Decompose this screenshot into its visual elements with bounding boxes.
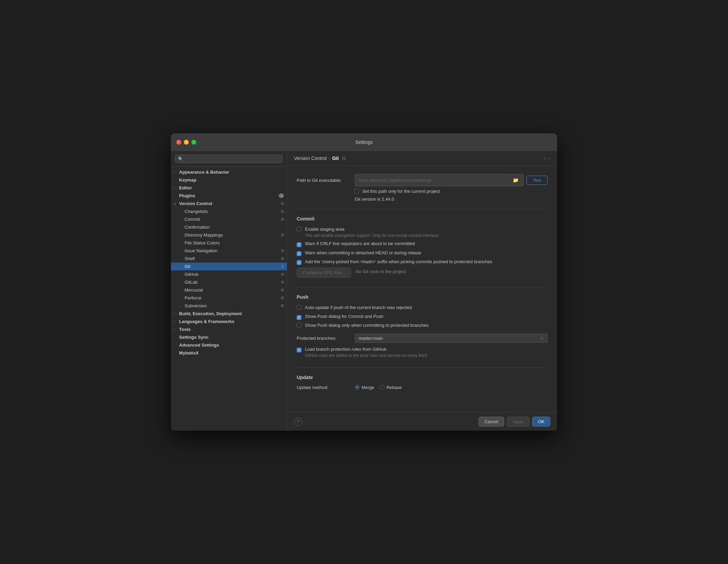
minus-icon: ⊟: [281, 256, 284, 261]
sidebar-item-label: Languages & Frameworks: [179, 319, 284, 324]
help-button[interactable]: ?: [294, 418, 302, 426]
auto-update-checkbox-wrap[interactable]: [297, 305, 302, 310]
warn-detached-label: Warn when committing in detached HEAD or…: [305, 250, 421, 256]
sidebar-item-changelists[interactable]: Changelists⊟: [171, 207, 287, 215]
search-input[interactable]: [185, 156, 280, 161]
sidebar-item-github[interactable]: GitHub⊟: [171, 270, 287, 278]
sidebar-item-languages-frameworks[interactable]: ›Languages & Frameworks: [171, 318, 287, 325]
sidebar-item-label: Editor: [179, 185, 284, 190]
sidebar-item-advanced-settings[interactable]: Advanced Settings: [171, 341, 287, 349]
sidebar-item-label: Perforce: [185, 295, 280, 300]
configure-gpg-button[interactable]: Configure GPG Key...: [297, 268, 351, 278]
sidebar-item-subversion[interactable]: ›Subversion⊟: [171, 302, 287, 310]
cherry-picked-checkbox[interactable]: ✓: [297, 260, 301, 265]
back-arrow[interactable]: ‹: [544, 155, 545, 161]
sidebar-item-label: Advanced Settings: [179, 343, 284, 348]
settings-body: Path to Git executable: 📁 Test Set this …: [287, 166, 557, 412]
footer: ? Cancel Apply OK: [287, 412, 557, 431]
sidebar-item-directory-mappings[interactable]: Directory Mappings⊟: [171, 231, 287, 239]
sidebar-item-appearance[interactable]: ›Appearance & Behavior: [171, 168, 287, 176]
show-push-dialog-checkbox[interactable]: ✓: [297, 315, 301, 320]
path-label: Path to Git executable:: [297, 178, 351, 183]
sidebar-item-build-execution[interactable]: ›Build, Execution, Deployment: [171, 310, 287, 318]
radio-rebase[interactable]: Rebase: [380, 385, 402, 390]
warn-crlf-label: Warn if CRLF line separators are about t…: [305, 241, 415, 247]
cherry-picked-row: ✓ Add the 'cherry-picked from <hash>' su…: [297, 259, 548, 265]
cancel-button[interactable]: Cancel: [478, 417, 504, 427]
sidebar-item-issue-navigation[interactable]: Issue Navigation⊟: [171, 247, 287, 255]
enable-staging-checkbox[interactable]: [297, 227, 301, 231]
update-section: Update Update method: Merge Rebase: [297, 375, 548, 390]
show-push-dialog-checkbox-wrap[interactable]: ✓: [297, 314, 302, 319]
sidebar-item-mybatisx[interactable]: MybatisX: [171, 349, 287, 357]
search-container: 🔍: [171, 151, 287, 167]
load-branch-rules-sub: GitHub rules are added to the local rule…: [305, 353, 427, 358]
sidebar-item-version-control[interactable]: ∨Version Control⊟: [171, 200, 287, 207]
auto-update-checkbox[interactable]: [297, 305, 301, 310]
radio-merge[interactable]: Merge: [355, 385, 374, 390]
branches-input-wrap[interactable]: ⤡: [355, 334, 548, 343]
no-git-roots: No Git roots in the project: [355, 269, 406, 274]
warn-crlf-checkbox-wrap[interactable]: ✓: [297, 241, 302, 246]
sidebar-item-perforce[interactable]: Perforce⊟: [171, 294, 287, 302]
search-wrap[interactable]: 🔍: [175, 155, 283, 163]
merge-label: Merge: [362, 385, 374, 390]
sidebar-item-label: Appearance & Behavior: [179, 170, 284, 175]
sidebar-item-commit[interactable]: Commit⊟: [171, 215, 287, 223]
enable-staging-row: Enable staging area This will disable ch…: [297, 226, 548, 238]
minimize-button[interactable]: [184, 140, 189, 145]
commit-section-header: Commit: [297, 216, 548, 221]
cherry-picked-checkbox-wrap[interactable]: ✓: [297, 259, 302, 265]
load-branch-rules-checkbox[interactable]: ✓: [297, 348, 301, 352]
sidebar-item-confirmation[interactable]: Confirmation: [171, 223, 287, 231]
maximize-button[interactable]: [191, 140, 196, 145]
sidebar-item-mercurial[interactable]: Mercurial⊟: [171, 286, 287, 294]
rebase-radio[interactable]: [380, 385, 385, 390]
sidebar-item-label: Changelists: [185, 209, 280, 214]
set-path-checkbox-wrap[interactable]: [354, 189, 360, 194]
sidebar-item-gitlab[interactable]: GitLab⊟: [171, 278, 287, 286]
sidebar-item-label: Confirmation: [185, 225, 284, 230]
sidebar-item-plugins[interactable]: Plugins1: [171, 192, 287, 200]
branches-input[interactable]: [359, 336, 540, 341]
expand-icon[interactable]: ⤡: [540, 336, 544, 340]
sidebar-item-tools[interactable]: ›Tools: [171, 325, 287, 333]
radio-group: Merge Rebase: [355, 385, 402, 390]
sidebar-item-label: GitLab: [185, 280, 280, 285]
update-method-label: Update method:: [297, 385, 351, 390]
test-button[interactable]: Test: [526, 176, 548, 185]
show-push-protected-checkbox[interactable]: [297, 323, 301, 327]
show-push-protected-checkbox-wrap[interactable]: [297, 323, 302, 328]
show-push-dialog-row: ✓ Show Push dialog for Commit and Push: [297, 313, 548, 320]
sidebar-item-settings-sync[interactable]: Settings Sync: [171, 333, 287, 341]
minus-icon: ⊟: [281, 249, 284, 253]
browse-icon[interactable]: 📁: [511, 176, 520, 184]
sidebar-item-file-status-colors[interactable]: File Status Colors: [171, 239, 287, 247]
arrow-icon: ›: [174, 327, 179, 331]
warn-detached-checkbox-wrap[interactable]: ✓: [297, 250, 302, 256]
path-input-wrap[interactable]: 📁: [355, 174, 524, 186]
forward-arrow[interactable]: ›: [549, 155, 550, 161]
breadcrumb-parent: Version Control: [294, 156, 327, 161]
set-path-checkbox[interactable]: [354, 189, 359, 193]
protected-branches-label: Protected branches:: [297, 336, 351, 341]
warn-crlf-checkbox[interactable]: ✓: [297, 242, 301, 247]
arrow-icon: ∨: [174, 202, 179, 205]
sidebar-item-shelf[interactable]: Shelf⊟: [171, 255, 287, 263]
sidebar-item-git[interactable]: Git⊟: [171, 263, 287, 270]
enable-staging-checkbox-wrap[interactable]: [297, 227, 302, 232]
path-input[interactable]: [359, 178, 511, 183]
enable-staging-text-group: Enable staging area This will disable ch…: [305, 226, 440, 238]
load-branch-rules-checkbox-wrap[interactable]: ✓: [297, 347, 302, 352]
search-icon: 🔍: [178, 157, 183, 161]
update-method-row: Update method: Merge Rebase: [297, 385, 548, 390]
ok-button[interactable]: OK: [532, 417, 550, 427]
sidebar-item-editor[interactable]: ›Editor: [171, 184, 287, 192]
warn-detached-checkbox[interactable]: ✓: [297, 251, 301, 256]
sidebar-item-label: Tools: [179, 327, 284, 332]
apply-button[interactable]: Apply: [507, 417, 530, 427]
settings-window: Settings 🔍 ›Appearance & BehaviorKeymap›…: [171, 133, 557, 431]
merge-radio[interactable]: [355, 385, 360, 390]
close-button[interactable]: [176, 140, 181, 145]
sidebar-item-keymap[interactable]: Keymap: [171, 176, 287, 184]
